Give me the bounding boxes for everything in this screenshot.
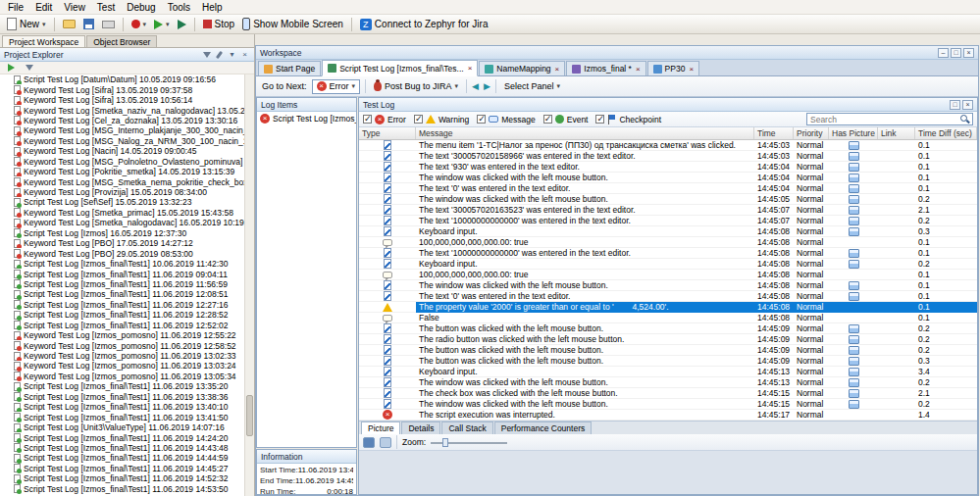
- close-tab-icon[interactable]: ×: [468, 64, 473, 73]
- picture-icon[interactable]: [849, 260, 859, 269]
- tree-item[interactable]: Keyword Test Log [Nacin] 14.05.2019 09:0…: [0, 146, 244, 156]
- tree-item[interactable]: Script Test Log [Izmos_final\Test1] 11.0…: [0, 453, 244, 463]
- filter-checkpoint[interactable]: Checkpoint: [595, 115, 661, 124]
- run-test-button[interactable]: ▾: [151, 19, 173, 30]
- log-row[interactable]: The property value '2000' is greater tha…: [359, 302, 977, 313]
- picture-icon[interactable]: [849, 357, 859, 366]
- picture-icon[interactable]: [849, 184, 859, 193]
- picture-icon[interactable]: [849, 249, 859, 258]
- filter-error[interactable]: Error: [363, 115, 406, 124]
- log-row[interactable]: The text '0' was entered in the text edi…: [359, 183, 977, 194]
- picture-icon[interactable]: [849, 368, 859, 376]
- tree-item[interactable]: Keyword Test Log [MSG_Nalog_za_NRM_300_1…: [0, 136, 244, 146]
- log-row[interactable]: The text '10000000000000' was entered in…: [359, 248, 977, 259]
- previous-item-icon[interactable]: ◀: [472, 81, 479, 91]
- picture-icon[interactable]: [849, 378, 859, 387]
- picture-icon[interactable]: [849, 281, 859, 290]
- tree-item[interactable]: Script Test Log [Izmos_final\Test1] 11.0…: [0, 321, 244, 330]
- tree-item[interactable]: Keyword Test Log [Smetka_naziv_na_nalogo…: [0, 105, 244, 115]
- log-row[interactable]: The window was clicked with the left mou…: [359, 280, 977, 291]
- next-item-icon[interactable]: ▶: [484, 81, 490, 91]
- bottom-tab-call-stack[interactable]: Call Stack: [441, 422, 492, 434]
- tree-item[interactable]: Keyword Test Log [MSG_Polnoletno_Ovlaste…: [0, 157, 244, 167]
- project-tree-scrollbar[interactable]: [244, 74, 254, 496]
- tree-item[interactable]: Keyword Test Log [Izmos_pomosno] 11.06.2…: [0, 340, 244, 350]
- tree-item[interactable]: Script Test Log [Izmos_final\Test1] 11.0…: [0, 289, 244, 299]
- log-row[interactable]: The window was clicked with the left mou…: [359, 399, 977, 410]
- tree-item[interactable]: Script Test Log [Izmos_final\Test1] 11.0…: [0, 443, 244, 453]
- tree-item[interactable]: Script Test Log [Izmos_final\Test1] 11.0…: [0, 269, 244, 278]
- column-header-time[interactable]: Time: [754, 127, 794, 139]
- menu-item-debug[interactable]: Debug: [121, 2, 161, 13]
- tree-item[interactable]: Keyword Test Log [Cel_za_doznaka] 13.05.…: [0, 116, 244, 125]
- search-input[interactable]: [810, 115, 957, 124]
- picture-icon[interactable]: [849, 324, 859, 333]
- left-tab-project-workspace[interactable]: Project Workspace: [2, 35, 85, 47]
- tree-item[interactable]: Script Test Log [Izmos_final\Test1] 11.0…: [0, 473, 244, 483]
- tree-item[interactable]: Keyword Test Log [Izmos_pomosno] 11.06.2…: [0, 372, 244, 381]
- picture-icon[interactable]: [849, 141, 859, 150]
- tree-item[interactable]: Keyword Test Log [Izmos_pomosno] 11.06.2…: [0, 330, 244, 340]
- menu-item-view[interactable]: View: [58, 2, 91, 13]
- zoom-slider-thumb[interactable]: [442, 438, 448, 447]
- log-row[interactable]: Keyboard input.14:45:08Normal0.3: [359, 226, 977, 237]
- zoom-slider[interactable]: [431, 438, 507, 447]
- picture-icon[interactable]: [849, 389, 859, 398]
- checkpoint-checkbox[interactable]: [595, 115, 604, 124]
- chevron-down-icon[interactable]: ▾: [227, 50, 237, 60]
- select-panel-button[interactable]: Select Panel ▾: [501, 80, 563, 92]
- run-project-button[interactable]: [175, 19, 189, 30]
- tree-item[interactable]: Script Test Log [Izmos_final\Test1] 11.0…: [0, 412, 244, 422]
- maximize-panel-icon[interactable]: □: [950, 100, 960, 110]
- menu-item-help[interactable]: Help: [196, 2, 229, 13]
- tree-item[interactable]: Script Test Log [Izmos_final\Test1] 10.0…: [0, 259, 244, 269]
- error-checkbox[interactable]: [363, 115, 372, 124]
- close-tab-icon[interactable]: ×: [636, 65, 641, 74]
- tab-script-test-log-izmos-final-tes[interactable]: Script Test Log [Izmos_final\Tes...×: [322, 60, 478, 76]
- column-header-type[interactable]: Type: [359, 127, 416, 139]
- zephyr-button[interactable]: Connect to Zephyr for Jira: [357, 18, 491, 31]
- picture-icon[interactable]: [849, 217, 859, 225]
- scrollbar-thumb[interactable]: [246, 395, 253, 436]
- bottom-tab-picture[interactable]: Picture: [361, 422, 400, 434]
- tree-item[interactable]: Script Test Log [Izmos_final\Test1] 11.0…: [0, 402, 244, 412]
- save-picture-icon[interactable]: [363, 437, 375, 448]
- log-row[interactable]: The window was clicked with the left mou…: [359, 194, 977, 205]
- log-item[interactable]: Script Test Log [Izmos_fina...: [257, 112, 356, 125]
- tree-item[interactable]: Script Test Log [Izmos_final\Test1] 11.0…: [0, 484, 244, 494]
- mobile-screen-button[interactable]: Show Mobile Screen: [239, 17, 346, 31]
- picture-icon[interactable]: [849, 292, 859, 301]
- tree-item[interactable]: Keyword Test Log [PBO] 29.05.2019 08:53:…: [0, 248, 244, 258]
- run-state-icon[interactable]: [6, 63, 17, 73]
- close-icon[interactable]: ×: [963, 48, 974, 58]
- post-bug-button[interactable]: Post Bug to JIRA ▾: [371, 80, 461, 92]
- search-icon[interactable]: [960, 115, 969, 124]
- log-row[interactable]: The button was clicked with the left mou…: [359, 356, 977, 367]
- tree-item[interactable]: Keyword Test Log [Pokritie_smetka] 14.05…: [0, 167, 244, 176]
- column-header-message[interactable]: Message: [416, 127, 754, 139]
- bottom-tab-performance-counters[interactable]: Performance Counters: [494, 422, 593, 434]
- tab-namemapping[interactable]: NameMapping×: [479, 61, 565, 75]
- log-row[interactable]: The menu item '1-TC|Налог за пренос (ПП3…: [359, 140, 977, 151]
- tree-item[interactable]: Keyword Test Log [MSG_Smetka_nema_pokrit…: [0, 176, 244, 186]
- picture-icon[interactable]: [849, 206, 859, 215]
- filter-event[interactable]: Event: [543, 115, 589, 124]
- picture-icon[interactable]: [849, 174, 859, 182]
- tree-item[interactable]: Keyword Test Log [PBO] 17.05.2019 14:27:…: [0, 238, 244, 248]
- log-row[interactable]: The text '0' was entered in the text edi…: [359, 291, 977, 302]
- save-button[interactable]: [80, 18, 97, 30]
- tree-item[interactable]: Keyword Test Log [MSG_Interno_plakjanje_…: [0, 125, 244, 135]
- picture-icon[interactable]: [849, 227, 859, 236]
- close-panel-icon[interactable]: ×: [239, 50, 250, 60]
- tree-item[interactable]: Script Test Log [Izmos_final\Test1] 11.0…: [0, 464, 244, 473]
- log-row[interactable]: The text '930' was entered in the text e…: [359, 162, 977, 173]
- picture-icon[interactable]: [849, 346, 859, 355]
- stop-button[interactable]: Stop: [200, 18, 238, 30]
- menu-item-edit[interactable]: Edit: [29, 2, 58, 13]
- tree-item[interactable]: Keyword Test Log [Smetka_primac] 15.05.2…: [0, 208, 244, 218]
- message-checkbox[interactable]: [477, 115, 486, 124]
- tab-izmos-final[interactable]: Izmos_final *×: [566, 61, 645, 75]
- menu-item-test[interactable]: Test: [91, 2, 121, 13]
- copy-picture-icon[interactable]: [380, 437, 391, 448]
- tree-item[interactable]: Script Test Log [Izmos_final\Test1] 11.0…: [0, 381, 244, 391]
